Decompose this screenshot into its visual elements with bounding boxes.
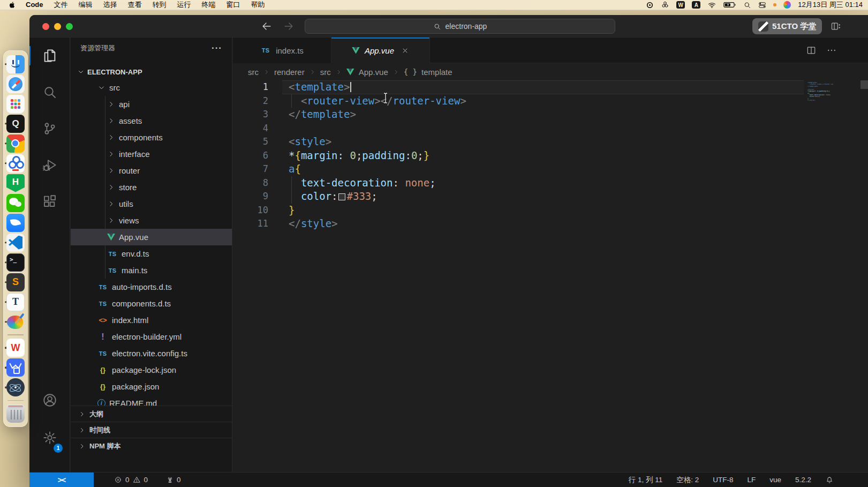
activity-run-debug[interactable] [29,147,70,183]
breadcrumb-item[interactable]: src [248,68,259,77]
dock-item-wechat[interactable] [3,193,28,213]
encoding[interactable]: UTF-8 [713,476,733,484]
panel-2[interactable]: NPM 脚本 [71,438,232,454]
deer-icon [6,358,25,377]
dock-item-terminal[interactable]: >_ [3,252,28,272]
more-actions-icon[interactable] [826,45,837,56]
dock-item-hbuilder[interactable]: H [3,173,28,193]
remote-indicator[interactable]: >< [29,473,94,487]
tree-item-package-lock-json[interactable]: {}package-lock.json [71,362,232,378]
menu-item-7[interactable]: 终端 [197,1,221,9]
tree-item-electron-builder-yml[interactable]: !electron-builder.yml [71,328,232,345]
menu-item-2[interactable]: 编辑 [73,1,98,9]
breadcrumb-item[interactable]: template [421,68,452,77]
battery-icon[interactable] [723,2,736,8]
tree-item-interface[interactable]: interface [71,146,232,162]
tree-item-env-d-ts[interactable]: TSenv.d.ts [71,245,232,262]
tree-root-electron-app[interactable]: ELECTRON-APP [71,64,232,79]
wps-menubar-icon[interactable]: W [676,1,685,9]
tab-index-ts[interactable]: TSindex.ts [233,38,331,63]
dock-item-quicktime[interactable]: Q [3,114,28,133]
menu-item-1[interactable]: 文件 [49,1,73,9]
language-mode[interactable]: vue [769,476,781,484]
tree-item-assets[interactable]: assets [71,113,232,129]
tab-app-vue[interactable]: App.vue [331,38,430,63]
dock-item-palette[interactable] [3,312,28,332]
panel-0[interactable]: 大纲 [71,406,232,422]
activity-extensions[interactable] [29,183,70,220]
dock-item-sublime[interactable]: S [3,272,28,292]
indent-setting[interactable]: 空格: 2 [676,475,699,485]
tree-item-auto-imports-d-ts[interactable]: TSauto-imports.d.ts [71,279,232,295]
tree-item-components-d-ts[interactable]: TScomponents.d.ts [71,295,232,312]
menu-item-9[interactable]: 帮助 [246,1,270,9]
scrollbar-thumb[interactable] [861,80,868,89]
dock-item-typora[interactable]: T [3,292,28,312]
eol[interactable]: LF [747,476,756,484]
menu-item-0[interactable]: Code [20,1,49,9]
close-icon[interactable] [401,47,409,55]
tree-item-package-json[interactable]: {}package.json [71,378,232,395]
tree-item-app-vue[interactable]: App.vue [71,229,232,245]
activity-source-control[interactable] [29,110,70,147]
problems-status[interactable]: 0 0 [114,476,148,484]
dock-item-finder[interactable] [3,54,28,74]
dock-item-rings[interactable] [3,153,28,173]
bell-icon[interactable] [825,476,834,484]
dock-item-dingtalk[interactable] [3,213,28,233]
language-version[interactable]: 5.2.2 [795,476,811,484]
apple-icon[interactable] [5,1,20,9]
panel-1[interactable]: 时间线 [71,422,232,438]
dock-item-launchpad[interactable] [3,94,28,114]
siri-icon[interactable] [783,1,791,9]
breadcrumb-item[interactable]: src [320,68,331,77]
tree-item-router[interactable]: router [71,162,232,179]
menubar-clock[interactable]: 12月13日 周三 01:14 [798,0,863,10]
breadcrumb-item[interactable]: renderer [274,68,305,77]
tree-item-views[interactable]: views [71,212,232,229]
activity-explorer[interactable] [29,38,70,74]
tree-item-store[interactable]: store [71,179,232,196]
screen-record-icon[interactable] [646,1,654,9]
split-editor-icon[interactable] [806,45,817,56]
menu-item-6[interactable]: 运行 [172,1,197,9]
activity-search[interactable] [29,74,70,110]
breadcrumb-item[interactable]: App.vue [359,68,388,77]
dock-item-wps[interactable]: W [3,338,28,358]
dock-item-safari[interactable] [3,74,28,94]
traffic-zoom-button[interactable] [66,23,73,30]
tree-item-components[interactable]: components [71,129,232,146]
tree-item-api[interactable]: api [71,96,232,113]
nav-back-button[interactable] [261,20,273,32]
nav-forward-button[interactable] [283,20,295,32]
activity-account[interactable] [29,382,70,418]
menu-item-4[interactable]: 查看 [123,1,147,9]
menu-item-8[interactable]: 窗口 [221,1,246,9]
sidebar-more-actions-icon[interactable]: ··· [212,43,222,54]
tree-item-electron-vite-config-ts[interactable]: TSelectron.vite.config.ts [71,345,232,362]
traffic-minimize-button[interactable] [54,23,61,30]
command-center-search[interactable]: electron-app [305,19,615,34]
tree-item-index-html[interactable]: <>index.html [71,312,232,328]
customize-layout-icon[interactable] [831,21,841,32]
dock-item-atom[interactable] [3,378,28,398]
activity-settings[interactable]: 1 [29,419,70,456]
minimap[interactable]: <template> <router-view></router-view></… [807,82,833,101]
input-method-icon[interactable]: A [692,1,700,9]
tree-item-utils[interactable]: utils [71,196,232,212]
spotlight-icon[interactable] [743,1,751,9]
tree-item-src[interactable]: src [71,79,232,96]
rings-app-icon[interactable] [661,1,669,9]
menu-item-5[interactable]: 转到 [147,1,172,9]
ports-status[interactable]: 0 [166,476,181,484]
cursor-position[interactable]: 行 1, 列 11 [629,475,663,485]
dock-item-chrome[interactable] [3,133,28,153]
traffic-close-button[interactable] [42,23,49,30]
dock-item-vscode[interactable] [3,233,28,252]
wifi-icon[interactable] [707,1,716,10]
menu-item-3[interactable]: 选择 [98,1,123,9]
tree-item-main-ts[interactable]: TSmain.ts [71,262,232,279]
dock-item-deer[interactable] [3,358,28,378]
control-center-icon[interactable] [758,1,766,9]
dock-item-trash[interactable] [3,403,28,423]
